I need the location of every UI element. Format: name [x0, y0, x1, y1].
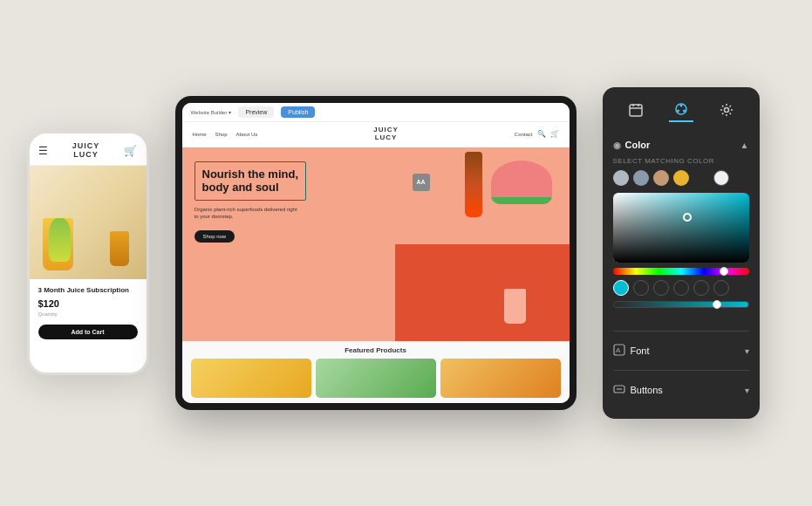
swatch-blue-gray[interactable]: [633, 170, 649, 186]
design-panel: ◉ Color ▲ SELECT MATCHING COLOR: [603, 87, 760, 419]
svg-rect-0: [630, 105, 642, 116]
phone-qty-label: Quantity: [38, 311, 138, 317]
font-section-label: A Font: [613, 344, 650, 358]
hero-cta-button[interactable]: Shop now: [194, 230, 235, 243]
swatch-gray[interactable]: [613, 170, 629, 186]
main-scene: ☰ JUICY LUCY 🛒 3 Month Juice Subscriptio…: [27, 87, 786, 419]
tablet-logo: JUICY LUCY: [373, 126, 399, 142]
buttons-icon: [613, 383, 625, 397]
font-chevron[interactable]: ▾: [745, 346, 749, 356]
pineapple-decoration: [49, 218, 71, 262]
output-swatch-teal[interactable]: [613, 280, 629, 296]
svg-point-8: [724, 108, 728, 113]
color-section-header: ◉ Color ▲: [613, 140, 749, 150]
nav-link-about[interactable]: About Us: [236, 132, 258, 137]
divider-1: [613, 331, 749, 332]
phone-price: $120: [38, 298, 138, 309]
hamburger-icon: ☰: [38, 145, 48, 157]
nav-link-home[interactable]: Home: [193, 132, 207, 137]
color-picker-gradient[interactable]: [613, 193, 749, 263]
hue-slider-thumb: [720, 267, 728, 276]
nav-link-contact[interactable]: Contact: [515, 132, 533, 137]
phone-product-image: [30, 166, 147, 279]
phone-product-title: 3 Month Juice Subscription: [38, 286, 138, 295]
output-swatch-empty-1[interactable]: [633, 280, 649, 296]
product-grid: [191, 359, 561, 398]
phone-product-info: 3 Month Juice Subscription $120 Quantity…: [30, 279, 147, 373]
tablet-hero: Nourish the mind, body and soul Organic …: [182, 147, 570, 341]
phone-mockup: ☰ JUICY LUCY 🛒 3 Month Juice Subscriptio…: [27, 131, 149, 375]
panel-top-icons: [613, 98, 749, 129]
hero-title: Nourish the mind, body and soul: [202, 168, 299, 195]
opacity-thumb: [713, 300, 721, 309]
color-output-swatches: [613, 280, 749, 296]
gear-icon[interactable]: [714, 98, 739, 122]
publish-button[interactable]: Publish: [281, 106, 315, 118]
swatch-white[interactable]: [713, 170, 729, 186]
output-swatch-empty-5[interactable]: [713, 280, 729, 296]
hero-text-box: Nourish the mind, body and soul: [194, 161, 307, 201]
svg-text:A: A: [616, 346, 621, 354]
swatch-black[interactable]: [693, 170, 709, 186]
product-card-3[interactable]: [440, 359, 561, 398]
phone-logo: JUICY LUCY: [72, 142, 100, 160]
tablet-mockup: Website Builder ▾ Preview Publish Home S…: [175, 96, 577, 410]
tablet-screen: Website Builder ▾ Preview Publish Home S…: [182, 103, 570, 403]
calendar-icon[interactable]: [624, 98, 648, 122]
add-to-cart-button[interactable]: Add to Cart: [38, 325, 138, 339]
product-card-1[interactable]: [191, 359, 311, 398]
output-swatch-empty-2[interactable]: [653, 280, 669, 296]
featured-products-title: Featured Products: [191, 346, 561, 354]
phone-header: ☰ JUICY LUCY 🛒: [30, 133, 147, 166]
hero-content: Nourish the mind, body and soul Organic …: [182, 147, 570, 341]
swatch-tan[interactable]: [653, 170, 669, 186]
tablet-toolbar: Website Builder ▾ Preview Publish: [182, 103, 570, 122]
opacity-slider[interactable]: [613, 301, 749, 308]
color-section: ◉ Color ▲ SELECT MATCHING COLOR: [613, 140, 749, 317]
select-matching-label: SELECT MATCHING COLOR: [613, 157, 749, 165]
swatch-yellow[interactable]: [673, 170, 689, 186]
preview-button[interactable]: Preview: [238, 106, 274, 118]
color-section-chevron[interactable]: ▲: [740, 140, 749, 150]
hue-slider[interactable]: [613, 268, 749, 275]
color-section-title: ◉ Color: [613, 140, 651, 150]
nav-links: Home Shop About Us: [193, 132, 258, 137]
buttons-section-label: Buttons: [613, 383, 663, 397]
cart-icon: 🛒: [124, 145, 137, 157]
divider-2: [613, 370, 749, 371]
font-icon: A: [613, 344, 625, 358]
svg-point-5: [679, 105, 682, 107]
buttons-chevron[interactable]: ▾: [745, 386, 749, 395]
product-card-2[interactable]: [316, 359, 436, 398]
cart-icon[interactable]: 🛒: [550, 130, 559, 138]
color-icon: ◉: [613, 140, 621, 150]
svg-point-6: [677, 110, 679, 113]
output-swatch-empty-3[interactable]: [673, 280, 689, 296]
color-picker-dot: [683, 213, 692, 222]
search-icon[interactable]: 🔍: [537, 130, 546, 138]
hero-subtitle: Organic plant-rich superfoods delivered …: [194, 206, 299, 221]
svg-point-7: [683, 110, 686, 113]
nav-icons: Contact 🔍 🛒: [515, 130, 559, 138]
palette-icon[interactable]: [669, 98, 693, 122]
output-swatch-empty-4[interactable]: [693, 280, 709, 296]
font-section-row[interactable]: A Font ▾: [613, 337, 749, 365]
buttons-section-row[interactable]: Buttons ▾: [613, 376, 749, 404]
website-builder-label: Website Builder ▾: [191, 109, 232, 115]
tablet-nav: Home Shop About Us JUICY LUCY Contact 🔍 …: [182, 122, 570, 147]
color-swatches: [613, 170, 749, 186]
products-section: Featured Products: [182, 341, 570, 403]
nav-link-shop[interactable]: Shop: [215, 132, 228, 137]
